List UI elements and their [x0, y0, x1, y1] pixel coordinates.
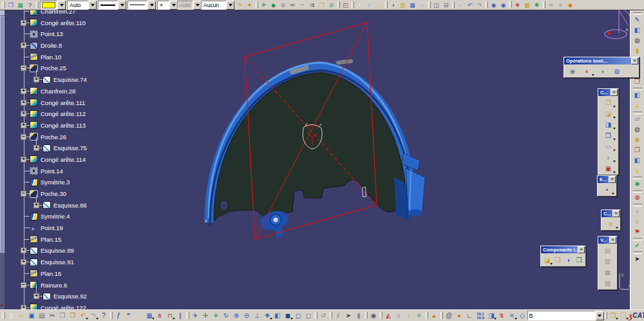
tree-item[interactable]: Chanfrein.27: [0, 10, 161, 17]
painter-icon[interactable]: ✎: [235, 1, 245, 10]
cut-button[interactable]: ✂: [47, 311, 57, 320]
left-view-button[interactable]: ▦: [601, 267, 615, 277]
camera-button[interactable]: ◉: [368, 311, 379, 320]
fit-all-in-icon[interactable]: ✛: [259, 1, 269, 10]
pad-button[interactable]: ❒: [553, 255, 564, 265]
flyout-arrow-icon[interactable]: [613, 160, 616, 162]
turntable-button[interactable]: ↺: [318, 311, 328, 320]
toolbar-title-bar[interactable]: C... ×: [601, 210, 620, 217]
tree-item[interactable]: Symétrie.3: [0, 177, 161, 188]
tree-item[interactable]: + Chanfrein.28: [0, 86, 161, 97]
lock-button[interactable]: ⊓: [165, 311, 175, 320]
flyout-arrow-icon[interactable]: [613, 128, 616, 130]
tree-item[interactable]: + Congé arête.113: [0, 120, 161, 131]
tile-vertical-icon[interactable]: ⊟: [441, 1, 451, 10]
paste-format-icon[interactable]: ❒: [6, 1, 15, 10]
wizard-icon[interactable]: ✦: [245, 1, 254, 10]
undo-curve-icon[interactable]: ↶: [465, 1, 475, 10]
comment-button[interactable]: ❞: [124, 311, 134, 320]
blue-box-button[interactable]: ◨: [486, 311, 497, 320]
tree-item[interactable]: − Poche.30: [0, 188, 161, 200]
update-icon[interactable]: ▦: [15, 1, 25, 10]
tree-item[interactable]: Plan.16: [0, 268, 161, 280]
line-icon[interactable]: ∕: [365, 1, 374, 10]
tree-expander[interactable]: +: [21, 100, 26, 106]
dropdown-arrow-icon[interactable]: [596, 311, 604, 320]
offset-icon[interactable]: ⇉: [307, 1, 317, 10]
wireframe-button[interactable]: ◻: [293, 311, 303, 320]
tree-expander[interactable]: +: [33, 77, 39, 83]
warning-button[interactable]: ▲: [632, 101, 643, 111]
catalog-icon[interactable]: ◰: [341, 1, 350, 10]
close-icon[interactable]: ×: [611, 89, 618, 96]
power-paste-button[interactable]: ❒: [618, 311, 629, 320]
iso-view-button[interactable]: ▧: [601, 278, 615, 288]
book3-button[interactable]: ❒: [632, 145, 643, 155]
front-view-button[interactable]: ▤: [601, 245, 615, 255]
plane-icon[interactable]: ▱: [374, 1, 384, 10]
rib-button[interactable]: ▭: [601, 141, 616, 151]
sketcher-button[interactable]: ✎: [632, 15, 643, 25]
point-button[interactable]: •: [600, 184, 614, 195]
hidden-line-button[interactable]: ◻: [303, 311, 314, 320]
bolt-button[interactable]: ↯: [497, 311, 507, 320]
grid-icon[interactable]: ▦: [408, 1, 417, 10]
mass-properties-icon[interactable]: ◆: [565, 1, 575, 10]
shading-button[interactable]: ◼: [283, 311, 293, 320]
flyout-arrow-icon[interactable]: [613, 106, 616, 108]
small-dot-button[interactable]: ·: [134, 311, 144, 320]
tree-item[interactable]: + Esquisse.74: [0, 74, 161, 86]
save-button[interactable]: ▣: [26, 311, 37, 320]
flyout-arrow-icon[interactable]: [616, 227, 618, 229]
sparkle-icon[interactable]: ✺: [532, 1, 542, 10]
toolbar-title-bar[interactable]: V... ×: [598, 237, 617, 244]
loft-button[interactable]: ▣: [601, 163, 616, 173]
measure-item-icon[interactable]: ≡: [556, 1, 565, 10]
wireframe2-button[interactable]: ◍: [632, 124, 643, 135]
flyout-arrow-icon[interactable]: [612, 193, 614, 195]
flyout-arrow-icon[interactable]: [592, 74, 594, 76]
paste-button[interactable]: ❒: [68, 311, 78, 320]
gear-button[interactable]: ✺: [632, 179, 643, 190]
close-icon[interactable]: ×: [609, 176, 616, 183]
tree-expander[interactable]: +: [21, 111, 26, 117]
add-button[interactable]: ◐: [580, 66, 594, 76]
tree-expander[interactable]: +: [21, 157, 26, 162]
redo-button[interactable]: ↷: [88, 311, 99, 320]
check-analysis-button[interactable]: ✔: [632, 240, 643, 251]
new-button[interactable]: ▯: [6, 311, 16, 320]
stiffener-button[interactable]: ♁: [601, 152, 616, 162]
tolerance-indicator[interactable]: 10.110.0: [475, 311, 486, 320]
line-type-combo[interactable]: [127, 1, 156, 10]
tree-expander[interactable]: +: [33, 202, 39, 208]
graphic-color-combo[interactable]: [39, 1, 66, 10]
pocket-button[interactable]: ◪: [542, 255, 553, 265]
rotate-button[interactable]: ↻: [221, 311, 231, 320]
fillet-button[interactable]: ◖: [564, 255, 574, 265]
normal-view-button[interactable]: ⊥: [252, 311, 262, 320]
tree-item[interactable]: + Droite.8: [0, 40, 161, 52]
materials-icon[interactable]: ▥: [398, 1, 408, 10]
undo-button[interactable]: ↶: [78, 311, 88, 320]
flyout-arrow-icon[interactable]: [613, 171, 616, 173]
fit-all-button[interactable]: ✢: [200, 311, 211, 320]
tree-scrollbar[interactable]: ▼: [0, 10, 5, 309]
plane-button[interactable]: ▱: [632, 114, 643, 124]
command-field[interactable]: [527, 311, 596, 320]
zoom-doc2-icon[interactable]: ◉: [498, 1, 508, 10]
chamfer-button[interactable]: ❒: [574, 255, 585, 265]
pad-button[interactable]: ◧: [632, 25, 643, 35]
assemble-button[interactable]: ◉: [565, 66, 580, 76]
pot-button[interactable]: ▮: [632, 46, 643, 56]
copy-button[interactable]: ❐: [57, 311, 68, 320]
globe-search-button[interactable]: ♁: [632, 206, 643, 217]
redo-curve-icon[interactable]: ↷: [475, 1, 484, 10]
tree-expander[interactable]: −: [21, 191, 26, 197]
measure-button[interactable]: ➤: [343, 311, 354, 320]
dropdown-arrow-icon[interactable]: [118, 1, 126, 10]
tree-expander[interactable]: +: [21, 305, 26, 309]
zoom-out-button[interactable]: ⊖: [242, 311, 252, 320]
session-icon[interactable]: ◖: [388, 1, 398, 10]
tree-item[interactable]: + Esquisse.86: [0, 200, 161, 211]
flyout-arrow-icon[interactable]: [550, 263, 553, 265]
